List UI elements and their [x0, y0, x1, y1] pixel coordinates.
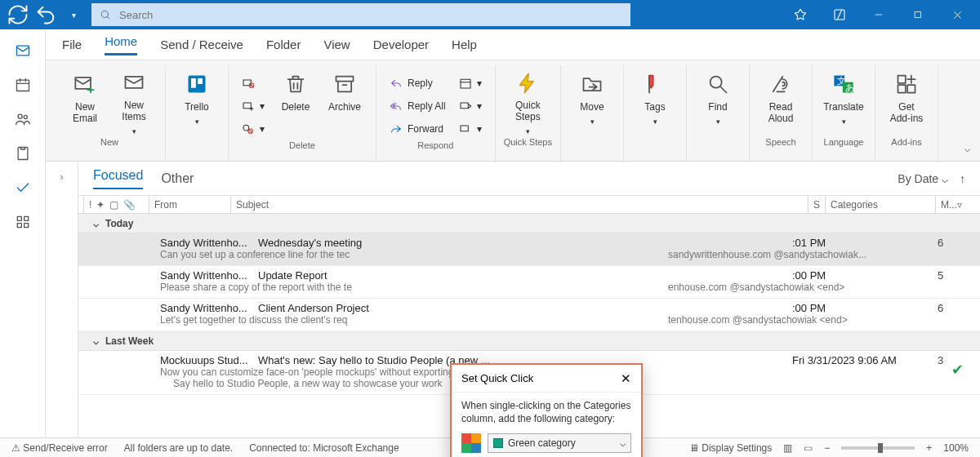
coming-soon-icon[interactable]: [822, 0, 858, 29]
move-button[interactable]: Move▾: [569, 65, 615, 135]
tab-focused[interactable]: Focused: [93, 168, 143, 189]
minimize-button[interactable]: [861, 0, 897, 29]
undo-icon[interactable]: [34, 3, 57, 26]
add-ins-button[interactable]: Get Add-ins: [884, 65, 929, 135]
maximize-button[interactable]: [900, 0, 936, 29]
chevron-down-icon: ⌵: [620, 437, 626, 449]
group-today[interactable]: ⌵Today: [78, 214, 980, 233]
sort-direction-icon[interactable]: ↑: [960, 172, 965, 185]
menu-home[interactable]: Home: [105, 34, 137, 55]
reply-all-button[interactable]: Reply All: [385, 96, 451, 116]
dialog-title: Set Quick Click: [461, 372, 533, 384]
dialog-close-button[interactable]: ✕: [621, 371, 631, 386]
close-button[interactable]: [939, 0, 975, 29]
menu-help[interactable]: Help: [452, 38, 477, 51]
zoom-out-button[interactable]: −: [824, 442, 830, 454]
col-from[interactable]: From: [149, 196, 230, 213]
quick-steps-button[interactable]: Quick Steps▾: [505, 65, 550, 135]
quick-click-dialog: Set Quick Click ✕ When single-clicking o…: [450, 363, 643, 457]
display-settings-button[interactable]: 🖥 Display Settings: [689, 442, 772, 454]
col-icons[interactable]: !✦▢📎: [83, 196, 149, 213]
folder-pane-toggle[interactable]: ›: [46, 162, 78, 457]
collapse-ribbon-icon[interactable]: ⌵: [964, 143, 970, 154]
qat-customize-icon[interactable]: ▾: [62, 3, 85, 26]
zoom-in-button[interactable]: +: [926, 442, 932, 454]
category-select[interactable]: Green category ⌵: [488, 433, 631, 453]
svg-point-26: [710, 77, 722, 88]
svg-point-20: [243, 125, 249, 131]
ignore-button[interactable]: [237, 73, 270, 93]
svg-rect-33: [907, 85, 915, 92]
svg-rect-13: [126, 77, 143, 88]
svg-rect-31: [898, 76, 906, 83]
apps-nav-icon[interactable]: [13, 212, 33, 232]
svg-rect-32: [898, 85, 906, 92]
ribbon: New Email New Items▾ New Trello▾ ▾ ▾: [46, 60, 980, 162]
col-size[interactable]: S: [808, 196, 825, 213]
sync-icon[interactable]: [7, 3, 29, 26]
menu-send-receive[interactable]: Send / Receive: [160, 38, 243, 51]
delete-button[interactable]: Delete: [273, 65, 318, 135]
todo-nav-icon[interactable]: [13, 178, 33, 197]
translate-button[interactable]: 文あTranslate▾: [821, 65, 866, 135]
sort-by-button[interactable]: By Date ⌵: [898, 172, 948, 185]
group-respond-label: Respond: [417, 139, 453, 153]
share-button[interactable]: ▾: [454, 96, 487, 116]
search-input[interactable]: [119, 9, 622, 21]
status-error[interactable]: ⚠ Send/Receive error: [11, 442, 108, 454]
checkmark-icon: ✔: [951, 361, 964, 379]
group-lastweek[interactable]: ⌵Last Week: [78, 331, 980, 351]
svg-rect-14: [189, 76, 206, 93]
svg-rect-8: [17, 216, 21, 220]
svg-rect-22: [336, 77, 354, 82]
svg-rect-2: [915, 12, 921, 18]
meeting-button[interactable]: ▾: [454, 73, 487, 93]
view-reading-icon[interactable]: ▭: [804, 442, 813, 454]
new-email-button[interactable]: New Email: [62, 65, 108, 135]
dialog-text: When single-clicking on the Categories c…: [461, 399, 631, 425]
svg-rect-15: [191, 78, 196, 88]
menu-developer[interactable]: Developer: [373, 38, 429, 51]
junk-button[interactable]: ▾: [237, 119, 270, 139]
svg-rect-23: [461, 79, 470, 88]
forward-button[interactable]: Forward: [385, 119, 451, 139]
group-quicksteps-label: Quick Steps: [504, 135, 552, 150]
premium-icon[interactable]: [782, 0, 818, 29]
read-aloud-button[interactable]: Read Aloud: [758, 65, 804, 135]
status-connection: Connected to: Microsoft Exchange: [249, 442, 399, 454]
tasks-nav-icon[interactable]: [13, 144, 33, 163]
menu-file[interactable]: File: [62, 38, 82, 51]
archive-button[interactable]: Archive: [322, 65, 368, 135]
column-headers: !✦▢📎 From Subject S Categories M... ▿: [78, 196, 980, 214]
find-button[interactable]: Find▾: [695, 65, 741, 135]
new-items-button[interactable]: New Items▾: [111, 65, 157, 135]
message-row[interactable]: Sandy Writtenho...Client Anderson Projec…: [78, 299, 980, 331]
col-subject[interactable]: Subject: [230, 196, 808, 213]
svg-rect-9: [24, 216, 28, 220]
tab-other[interactable]: Other: [161, 171, 194, 186]
menu-folder[interactable]: Folder: [266, 38, 301, 51]
menu-view[interactable]: View: [323, 38, 350, 51]
category-swatch-icon: [461, 433, 481, 453]
col-categories[interactable]: Categories: [825, 196, 935, 213]
trello-button[interactable]: Trello▾: [174, 65, 220, 135]
svg-point-6: [24, 115, 27, 118]
calendar-nav-icon[interactable]: [13, 75, 33, 95]
people-nav-icon[interactable]: [13, 109, 33, 129]
message-row[interactable]: Sandy Writtenho...Wednesday's meeting:01…: [78, 233, 980, 266]
message-row[interactable]: Sandy Writtenho...Update Report:00 PM5 P…: [78, 266, 980, 299]
svg-rect-3: [16, 46, 29, 55]
svg-rect-16: [198, 78, 203, 84]
cleanup-button[interactable]: ▾: [237, 96, 270, 116]
tags-button[interactable]: Tags▾: [632, 65, 678, 135]
reply-button[interactable]: Reply: [385, 73, 451, 93]
more-respond-button[interactable]: ▾: [454, 119, 487, 139]
mail-nav-icon[interactable]: [13, 41, 33, 60]
group-speech-label: Speech: [765, 135, 795, 150]
zoom-value: 100%: [943, 442, 969, 454]
menu-bar: File Home Send / Receive Folder View Dev…: [46, 29, 980, 60]
search-box[interactable]: [91, 3, 630, 26]
col-mentions[interactable]: M... ▿: [935, 196, 980, 213]
zoom-slider[interactable]: [841, 446, 915, 450]
view-normal-icon[interactable]: ▥: [783, 442, 792, 454]
